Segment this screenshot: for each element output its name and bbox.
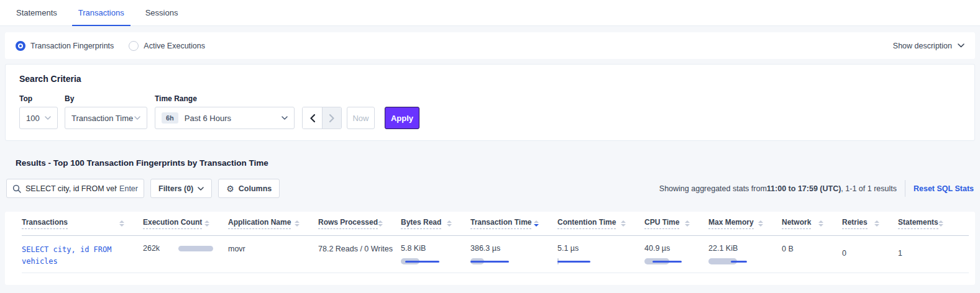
chevron-down-icon bbox=[282, 116, 288, 120]
chevron-left-icon bbox=[310, 114, 315, 122]
mini-barchart bbox=[644, 258, 693, 264]
cell-value: 1 bbox=[898, 249, 902, 258]
column-header-bytes-read[interactable]: Bytes Read bbox=[401, 218, 470, 229]
by-field: By Transaction Time bbox=[65, 94, 155, 129]
chevron-right-icon bbox=[329, 114, 334, 122]
cell-application-name: movr bbox=[228, 236, 318, 273]
time-range-field: Time Range 6h Past 6 Hours bbox=[155, 94, 302, 129]
table-header-row: TransactionsExecution CountApplication N… bbox=[22, 212, 969, 236]
column-header-rows-processed[interactable]: Rows Processed bbox=[318, 218, 401, 229]
time-range-value: Past 6 Hours bbox=[185, 114, 231, 123]
cell-value: 0 B bbox=[782, 245, 794, 253]
cell-value: 22.1 KiB bbox=[708, 244, 776, 253]
time-range-badge: 6h bbox=[162, 112, 178, 124]
top-select[interactable]: 100 bbox=[19, 107, 58, 129]
tab-statements[interactable]: Statements bbox=[10, 0, 63, 25]
enter-hint: Enter bbox=[119, 184, 138, 193]
results-controls: Enter Filters (0) ⚙ Columns Showing aggr… bbox=[6, 179, 974, 198]
cell-bytes-read: 5.8 KiB bbox=[401, 236, 470, 273]
cell-transactions[interactable]: SELECT city, id FROM vehicles bbox=[22, 236, 143, 273]
chevron-down-icon bbox=[45, 116, 51, 120]
page-tabbar: Statements Transactions Sessions bbox=[0, 0, 980, 26]
results-table: TransactionsExecution CountApplication N… bbox=[5, 212, 975, 285]
search-icon bbox=[12, 184, 21, 193]
sort-icon[interactable] bbox=[621, 220, 626, 227]
top-label: Top bbox=[19, 94, 65, 103]
previous-interval-button[interactable] bbox=[303, 107, 322, 128]
cell-value: 5.8 KiB bbox=[401, 244, 464, 253]
column-header-cpu-time[interactable]: CPU Time bbox=[644, 218, 708, 229]
chevron-down-icon bbox=[134, 116, 140, 120]
by-label: By bbox=[65, 94, 155, 103]
cell-max-memory: 22.1 KiB bbox=[708, 236, 782, 273]
show-description-toggle[interactable]: Show description bbox=[893, 42, 964, 50]
column-label: Network bbox=[782, 218, 811, 229]
columns-button[interactable]: ⚙ Columns bbox=[218, 179, 280, 198]
stats-prefix: Showing aggregated stats from bbox=[659, 184, 767, 193]
cell-value: 40.9 µs bbox=[644, 244, 702, 253]
reset-sql-stats-link[interactable]: Reset SQL Stats bbox=[914, 184, 974, 193]
radio-transaction-fingerprints[interactable]: Transaction Fingerprints bbox=[16, 41, 114, 51]
sort-icon[interactable] bbox=[685, 220, 690, 227]
sort-icon[interactable] bbox=[534, 220, 539, 227]
sql-search-box[interactable]: Enter bbox=[6, 179, 144, 198]
cell-rows-processed: 78.2 Reads / 0 Writes bbox=[318, 236, 401, 273]
by-select[interactable]: Transaction Time bbox=[65, 107, 147, 129]
next-interval-button[interactable] bbox=[322, 107, 341, 128]
top-select-value: 100 bbox=[26, 114, 40, 123]
sort-icon[interactable] bbox=[447, 220, 452, 227]
sort-icon[interactable] bbox=[874, 220, 879, 227]
radio-label: Transaction Fingerprints bbox=[30, 42, 114, 50]
aggregated-stats-text: Showing aggregated stats from 11:00 to 1… bbox=[659, 184, 897, 193]
time-range-select[interactable]: 6h Past 6 Hours bbox=[155, 107, 295, 129]
chevron-down-icon bbox=[958, 43, 964, 48]
cell-statements: 1 bbox=[898, 236, 960, 273]
column-header-network[interactable]: Network bbox=[782, 218, 842, 229]
stats-suffix: , 1-1 of 1 results bbox=[841, 184, 897, 193]
cell-value: 0 bbox=[842, 249, 846, 258]
sort-icon[interactable] bbox=[204, 220, 209, 227]
results-title: Results - Top 100 Transaction Fingerprin… bbox=[16, 158, 974, 168]
radio-unselected-icon bbox=[129, 41, 139, 51]
column-header-max-memory[interactable]: Max Memory bbox=[708, 218, 782, 229]
column-header-retries[interactable]: Retries bbox=[842, 218, 898, 229]
vertical-divider bbox=[905, 180, 905, 197]
column-header-execution-count[interactable]: Execution Count bbox=[143, 218, 228, 229]
show-description-label: Show description bbox=[893, 42, 952, 50]
by-select-value: Transaction Time bbox=[71, 114, 133, 123]
cell-value: 5.1 µs bbox=[557, 244, 638, 253]
sort-icon[interactable] bbox=[818, 220, 823, 227]
time-range-label: Time Range bbox=[155, 94, 302, 103]
tab-transactions[interactable]: Transactions bbox=[72, 0, 131, 25]
cell-value: movr bbox=[228, 245, 245, 253]
column-header-transaction-time[interactable]: Transaction Time bbox=[470, 218, 557, 229]
search-criteria-title: Search Criteria bbox=[19, 74, 961, 84]
radio-label: Active Executions bbox=[144, 42, 205, 50]
filters-button[interactable]: Filters (0) bbox=[150, 179, 212, 198]
column-label: Rows Processed bbox=[318, 218, 378, 229]
transaction-fingerprint-link[interactable]: SELECT city, id FROM vehicles bbox=[22, 244, 124, 267]
sort-icon[interactable] bbox=[938, 220, 943, 227]
sort-icon[interactable] bbox=[378, 220, 383, 227]
table-row: SELECT city, id FROM vehicles262kmovr78.… bbox=[22, 236, 969, 273]
column-header-application-name[interactable]: Application Name bbox=[228, 218, 318, 229]
sort-icon[interactable] bbox=[758, 220, 763, 227]
now-button[interactable]: Now bbox=[347, 107, 375, 129]
cell-execution-count: 262k bbox=[143, 236, 228, 273]
sort-icon[interactable] bbox=[295, 220, 300, 227]
column-label: Bytes Read bbox=[401, 218, 441, 229]
column-label: Transaction Time bbox=[470, 218, 531, 229]
mini-barchart bbox=[470, 258, 519, 264]
column-header-statements[interactable]: Statements bbox=[898, 218, 960, 229]
tab-sessions[interactable]: Sessions bbox=[139, 0, 185, 25]
column-header-transactions[interactable]: Transactions bbox=[22, 218, 143, 229]
column-label: CPU Time bbox=[644, 218, 679, 229]
cell-cpu-time: 40.9 µs bbox=[644, 236, 708, 273]
cell-transaction-time: 386.3 µs bbox=[470, 236, 557, 273]
sort-icon[interactable] bbox=[119, 220, 124, 227]
cell-retries: 0 bbox=[842, 236, 898, 273]
search-input[interactable] bbox=[25, 184, 117, 193]
apply-button[interactable]: Apply bbox=[385, 107, 419, 129]
radio-active-executions[interactable]: Active Executions bbox=[129, 41, 205, 51]
column-header-contention-time[interactable]: Contention Time bbox=[557, 218, 644, 229]
